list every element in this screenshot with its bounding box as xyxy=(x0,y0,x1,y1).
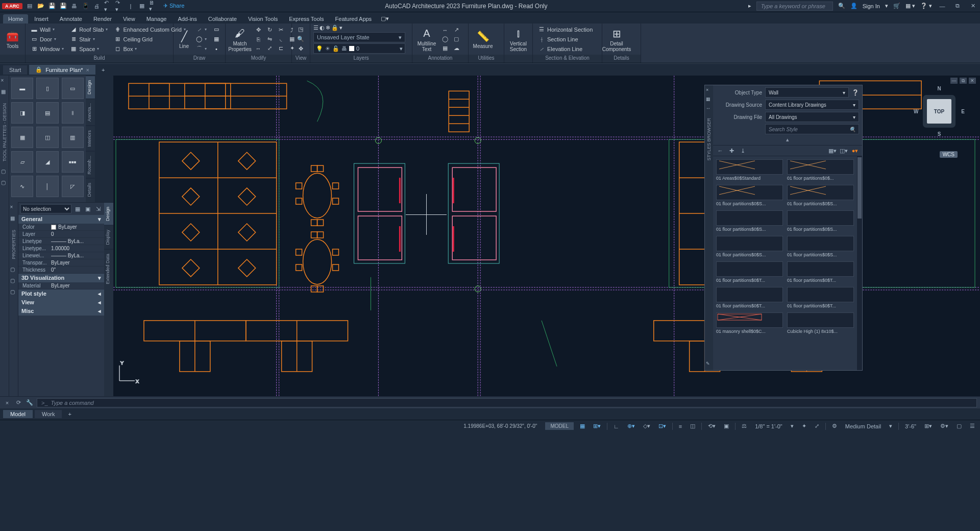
quick-select-icon[interactable]: ▦ xyxy=(74,205,82,213)
saveas-icon[interactable]: 💾 xyxy=(59,2,67,10)
style-item[interactable]: 01 floor partitions$0$T... xyxy=(787,261,854,283)
sectionline-button[interactable]: ⟊Section Line xyxy=(536,35,595,44)
tab-addins[interactable]: Add-ins xyxy=(173,14,202,23)
palette-brace[interactable]: ◸ xyxy=(62,176,84,197)
annovis-toggle[interactable]: ✦ xyxy=(800,422,808,431)
3dosnap-toggle[interactable]: ▣ xyxy=(722,422,731,431)
pin-props-icon[interactable]: ▦ xyxy=(10,215,17,223)
wcs-badge[interactable]: WCS xyxy=(940,151,958,158)
table-button[interactable]: ▦ xyxy=(440,44,450,53)
stair-button[interactable]: ≣Stair▾ xyxy=(68,35,110,44)
arc-button[interactable]: ⌒▾ xyxy=(193,44,209,54)
scale-label[interactable]: 1/8" = 1'-0" xyxy=(753,422,785,431)
open-icon[interactable]: 📂 xyxy=(37,2,45,10)
plot-icon[interactable]: 🖶 xyxy=(70,2,79,10)
style-item[interactable]: 01 floor partitions$0$T... xyxy=(787,287,854,308)
detail-dd[interactable]: ▾ xyxy=(887,422,894,431)
prop-row[interactable]: MaterialByLayer xyxy=(18,282,104,289)
tab-visiontools[interactable]: Vision Tools xyxy=(243,14,283,23)
copy-button[interactable]: ⎘ xyxy=(253,35,263,43)
palette-tab-details[interactable]: Details xyxy=(86,178,95,201)
iso-toggle[interactable]: ◇▾ xyxy=(641,422,652,431)
rev-button[interactable]: ☁ xyxy=(451,44,461,53)
group-section[interactable]: Section & Elevation xyxy=(533,55,602,63)
compass-s[interactable]: S xyxy=(938,131,941,137)
pal-close-icon[interactable]: ✕ xyxy=(969,78,976,84)
palette-tab-interiors[interactable]: Interiors xyxy=(86,126,95,151)
signin-button[interactable]: Sign In xyxy=(863,3,880,9)
layer-off-button[interactable]: ◐ xyxy=(320,25,325,31)
add-layout-button[interactable]: + xyxy=(64,409,75,419)
tab-featuredapps[interactable]: Featured Apps xyxy=(330,14,377,23)
palette-beam[interactable]: │ xyxy=(36,176,58,197)
drawing-canvas[interactable]: Y X × ▦ ↔ STYLES BROWSER ✎ Object Type xyxy=(113,76,980,396)
tag-button[interactable]: ◯ xyxy=(440,35,450,43)
tab-annotate[interactable]: Annotate xyxy=(55,14,87,23)
compass-w[interactable]: W xyxy=(914,109,918,114)
palette-door[interactable]: ▯ xyxy=(36,78,58,99)
window-button[interactable]: ⊞Window▾ xyxy=(29,44,66,54)
props-plotstyle[interactable]: Plot style◂ xyxy=(18,289,104,298)
keynote-button[interactable]: ▢ xyxy=(451,35,461,43)
tab-home[interactable]: Home xyxy=(3,14,28,23)
sb-import-icon[interactable]: ⤓ xyxy=(739,147,747,155)
measure-button[interactable]: 📏Measure xyxy=(472,25,494,54)
annoscale-toggle[interactable]: ⚖ xyxy=(740,422,749,431)
palette-door2[interactable]: ◫ xyxy=(36,127,58,148)
fillet-button[interactable]: ◟ xyxy=(276,35,286,43)
palette-slab[interactable]: ▱ xyxy=(11,151,33,173)
pin-palette-icon[interactable]: ▦ xyxy=(1,89,8,96)
props-tab-extdata[interactable]: Extended Data xyxy=(104,249,113,288)
lineweight-toggle[interactable]: ≡ xyxy=(677,422,684,431)
palette-stair[interactable]: ▤ xyxy=(36,102,58,124)
sb-grid-icon[interactable]: ▦▾ xyxy=(828,147,837,155)
style-item[interactable]: 01 floor partitions$0$S... xyxy=(716,185,783,206)
group-draw[interactable]: Draw xyxy=(174,55,225,63)
signin-dd-icon[interactable]: ▾ xyxy=(885,3,888,9)
group-layers[interactable]: Layers xyxy=(310,55,412,63)
add-tab-button[interactable]: + xyxy=(97,65,109,75)
style-item[interactable]: 01 Areas$0$Standard xyxy=(716,159,783,181)
prop-row[interactable]: Linetype——— ByLa... xyxy=(18,238,104,245)
vsection-button[interactable]: ⫿Vertical Section xyxy=(507,25,529,54)
props-misc[interactable]: Misc◂ xyxy=(18,307,104,316)
style-item[interactable]: 01 floor partitions$0$S... xyxy=(787,236,854,257)
customize-status[interactable]: ☰ xyxy=(968,422,977,431)
search-style-input[interactable]: Search Style🔍 xyxy=(765,124,859,134)
scale-dd[interactable]: ▾ xyxy=(789,422,796,431)
prop-row[interactable]: Transpar...ByLayer xyxy=(18,259,104,267)
palette-tab-roomb[interactable]: Roomb... xyxy=(86,151,95,179)
sb-size-icon[interactable]: ◫▾ xyxy=(840,147,848,155)
layer-state-combo[interactable]: Unsaved Layer State▾ xyxy=(313,32,405,42)
close-icon[interactable]: ✕ xyxy=(968,2,978,10)
polyline-button[interactable]: ⟋▾ xyxy=(193,25,209,34)
layer-combo[interactable]: 💡☀🔓🖶0▾ xyxy=(313,43,405,54)
offset-button[interactable]: ⊏ xyxy=(276,44,286,53)
trim-button[interactable]: ✂ xyxy=(276,26,286,34)
style-item[interactable]: 01 floor partitions$0$S... xyxy=(787,185,854,206)
palette-roof[interactable]: ◢ xyxy=(36,151,58,173)
roofslab-button[interactable]: ◢Roof Slab▾ xyxy=(68,25,110,34)
mobile-icon[interactable]: 📱 xyxy=(82,2,90,10)
rect-button[interactable]: ▭ xyxy=(211,25,222,34)
group-modify[interactable]: Modify xyxy=(226,55,291,63)
rotate-button[interactable]: ↻ xyxy=(264,26,275,34)
door-button[interactable]: ▭Door▾ xyxy=(29,35,66,44)
sb-back-icon[interactable]: ← xyxy=(716,147,724,155)
space-button[interactable]: ▦Space▾ xyxy=(68,44,110,54)
style-item[interactable]: 01 floor partitions$0$T... xyxy=(716,261,783,283)
share-button[interactable]: ✈ Share xyxy=(163,3,184,9)
point-button[interactable]: • xyxy=(211,44,222,54)
tab-collaborate[interactable]: Collaborate xyxy=(203,14,242,23)
select-objects-icon[interactable]: ▣ xyxy=(84,205,92,213)
props-view[interactable]: View◂ xyxy=(18,298,104,307)
doctab-file[interactable]: 🔒 Furniture Plan* × xyxy=(29,65,95,75)
sb-close-icon[interactable]: × xyxy=(706,87,712,93)
leader-button[interactable]: ↗ xyxy=(451,26,461,34)
palette-window[interactable]: ▭ xyxy=(62,78,84,99)
palette-tab-annota[interactable]: Annota... xyxy=(86,99,95,126)
props-icon-2[interactable]: ▢ xyxy=(10,278,17,285)
command-input[interactable]: >_ Type a command xyxy=(37,398,977,407)
style-item[interactable]: 01 masonry shell$0$C... xyxy=(716,312,783,334)
drawing-source-combo[interactable]: Content Library Drawings▾ xyxy=(765,100,859,110)
